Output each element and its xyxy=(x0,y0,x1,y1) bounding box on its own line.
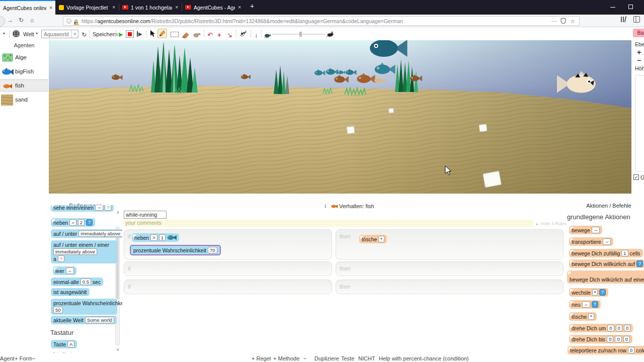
tab-close-icon[interactable]: × xyxy=(49,5,52,11)
url-bar[interactable]: i https://agentcubesonline.com/Ristretto… xyxy=(63,16,580,26)
condition-abovebelow-block[interactable]: auf / unter immediately above ? xyxy=(51,229,122,238)
value-box[interactable]: 0 xyxy=(624,325,630,331)
move-tool-icon[interactable]: + xyxy=(217,31,221,39)
sidebar-item-bigfish[interactable]: bigFish xyxy=(0,66,48,78)
agent-fish-thumbnail[interactable] xyxy=(167,235,177,240)
action-turnby-block[interactable]: drehe Dich um 0 0 0 xyxy=(569,324,633,332)
condition-see-block[interactable]: sehe einen/einen ↔ ? xyxy=(51,205,114,212)
remove-rule-button[interactable]: − xyxy=(303,355,306,361)
value-box[interactable]: 0 xyxy=(607,325,614,331)
world-reload-icon[interactable]: ↻ xyxy=(82,31,87,38)
action-new-block[interactable]: neu ↔ ? xyxy=(569,300,601,309)
duplicate-button[interactable]: Dupliziere xyxy=(314,355,339,361)
action-move-block[interactable]: bewege ↔ xyxy=(569,226,602,234)
value-box[interactable]: 50 xyxy=(53,307,63,313)
operator-box[interactable]: = xyxy=(69,219,76,226)
rule1-then-area[interactable]: then xyxy=(336,229,564,259)
condition-isselected-block[interactable]: ist ausgewählt xyxy=(51,288,90,296)
direction-arrows-box[interactable]: ↔ xyxy=(592,227,600,233)
direction-arrows-box[interactable]: ↔ xyxy=(582,301,590,308)
menu-caret-icon[interactable]: ▾ xyxy=(3,31,5,36)
value-box[interactable]: Some world xyxy=(85,317,114,323)
direction-arrows-box[interactable]: ↔ xyxy=(66,267,74,274)
agent-question-box[interactable]: ? xyxy=(86,219,93,226)
tab-close-icon[interactable]: × xyxy=(238,5,241,10)
value-box[interactable]: 70 xyxy=(208,247,217,253)
select-rect-tool-icon[interactable] xyxy=(171,32,179,37)
agent-placeholder-box[interactable]: ? xyxy=(58,255,64,262)
tab-agentcubes[interactable]: AgentCubes online: Aquarium × xyxy=(0,0,55,15)
welt-caret-icon[interactable]: ▾ xyxy=(36,31,38,36)
grid-checkbox[interactable]: ✓ xyxy=(633,174,639,180)
agent-placeholder-box[interactable]: ? xyxy=(105,205,111,211)
action-transport-block[interactable]: transportiere ↔ xyxy=(569,237,613,246)
value-box[interactable]: 1 xyxy=(621,250,628,256)
eraser-tool-icon[interactable] xyxy=(181,31,189,40)
sidebar-toggle-icon[interactable] xyxy=(633,16,640,24)
condition-empty-block[interactable]: leer ↔ xyxy=(53,266,76,275)
tab-vorlage[interactable]: Vorlage Projectlet 3 -Zappala/Is × xyxy=(56,0,118,15)
background-button[interactable]: Ba xyxy=(633,29,644,37)
hide-rules-toggle[interactable]: ▲ Hide 3 Rules xyxy=(535,221,567,226)
shield-icon[interactable] xyxy=(560,18,566,25)
reload-icon[interactable]: ↻ xyxy=(19,17,24,24)
help-link[interactable]: Help with percent-chance (condition) xyxy=(379,355,469,361)
flip-tool-icon[interactable]: ↶ xyxy=(207,31,213,39)
stop-button[interactable] xyxy=(126,30,134,38)
action-randommove-block[interactable]: bewege Dich zufällig 1 cells xyxy=(569,249,643,257)
operator-box[interactable]: > xyxy=(150,234,157,241)
test-button[interactable]: Teste xyxy=(341,355,354,361)
rule1-condition-nextto[interactable]: neben > 1 xyxy=(132,233,179,242)
welt-menu[interactable]: Welt xyxy=(23,31,34,37)
agent-question-box[interactable]: ? xyxy=(636,260,643,267)
resize-tool-icon[interactable]: ↘ xyxy=(227,31,232,39)
speed-slider[interactable] xyxy=(272,34,325,35)
pointing-hand-tool-icon[interactable] xyxy=(193,31,201,40)
play-button[interactable]: ▶ xyxy=(119,31,123,38)
direction-arrows-box[interactable]: ↔ xyxy=(603,238,611,245)
rule3-then-area[interactable]: then xyxy=(336,280,564,294)
agent-dot-box[interactable]: • xyxy=(592,289,598,296)
rule1-action-erase[interactable]: lösche • xyxy=(359,235,387,243)
window-maximize-icon[interactable] xyxy=(628,5,633,9)
rule3-if-area[interactable]: if xyxy=(124,280,332,294)
tab-youtube-2[interactable]: AgentCubes - Agent zeichnen × xyxy=(182,0,244,15)
tab-close-icon[interactable]: × xyxy=(112,5,115,10)
window-minimize-icon[interactable] xyxy=(610,7,615,8)
condition-percent-block[interactable]: prozentuale Wahrscheinlichkeit 50 xyxy=(51,299,117,315)
direction-arrows-box[interactable]: ↔ xyxy=(95,205,103,211)
pencil-tool-button[interactable] xyxy=(157,29,167,38)
action-erase-block[interactable]: lösche • xyxy=(569,312,597,321)
hook-down-icon[interactable]: ↓ xyxy=(255,31,258,39)
resize-handle-icon[interactable]: ↕ xyxy=(324,203,327,209)
forward-icon[interactable]: → xyxy=(7,17,13,24)
not-button[interactable]: NICHT xyxy=(358,355,375,361)
add-rule-button[interactable]: + Regel xyxy=(252,355,271,361)
layer-remove-button[interactable]: − xyxy=(637,56,641,64)
action-change-block[interactable]: wechsle • ? xyxy=(569,288,608,297)
ant-debug-icon[interactable] xyxy=(239,30,247,39)
add-agent-button[interactable]: + Agent xyxy=(0,355,15,361)
value-box[interactable]: 0 xyxy=(607,336,613,342)
speed-slider-thumb[interactable] xyxy=(299,32,302,37)
sidebar-item-alge[interactable]: Alge xyxy=(0,52,48,64)
condition-onceevery-block[interactable]: einmal-alle 0.5 sec xyxy=(51,278,103,286)
star-icon[interactable]: ☆ xyxy=(570,18,575,25)
comments-input[interactable]: your comments xyxy=(124,220,533,227)
library-icon[interactable] xyxy=(620,16,627,24)
agent-dot-box[interactable]: • xyxy=(378,236,384,242)
layer-add-button[interactable]: + xyxy=(637,48,641,56)
new-tab-button[interactable]: + xyxy=(250,2,254,10)
sidebar-item-sand[interactable]: sand xyxy=(0,94,48,107)
condition-world-block[interactable]: aktuelle Welt Some world xyxy=(51,316,117,324)
tab-close-icon[interactable]: × xyxy=(175,5,178,10)
rule2-if-area[interactable]: if xyxy=(124,261,332,276)
value-box[interactable]: immediately above xyxy=(53,248,97,255)
tab-youtube-1[interactable]: 1 von 1 hochgeladen - YouTube × xyxy=(119,0,181,15)
cursor-tool-icon[interactable] xyxy=(150,30,156,39)
world-select[interactable]: Aquaworld ∨ xyxy=(41,30,78,38)
height-slider[interactable] xyxy=(635,75,644,172)
action-randomon-a-block[interactable]: bewege Dich wilkürlich auf einem/einer xyxy=(567,270,644,284)
condition-key-block[interactable]: Taste A xyxy=(51,340,77,348)
value-box[interactable]: 0 xyxy=(616,325,622,331)
